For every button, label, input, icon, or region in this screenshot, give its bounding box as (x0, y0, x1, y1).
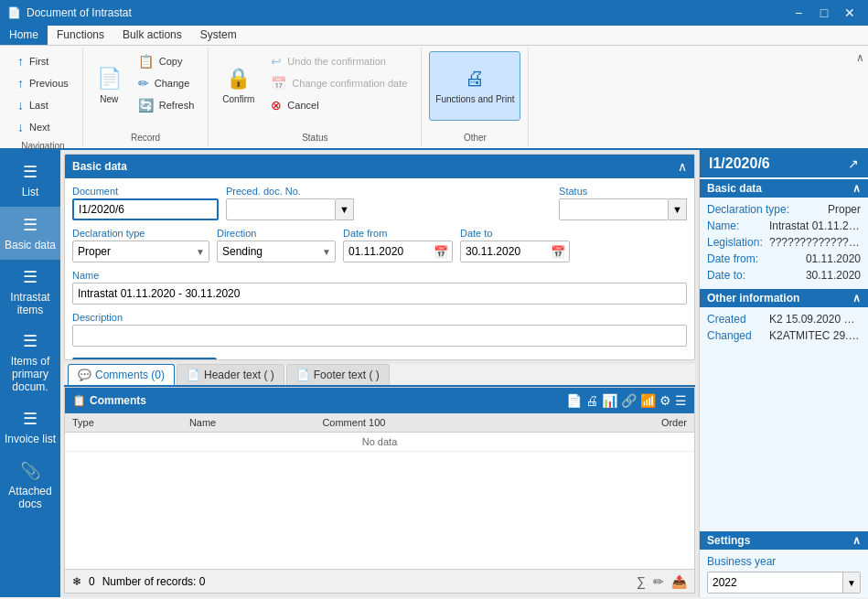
document-input[interactable] (72, 198, 219, 220)
no-data-row: No data (65, 433, 694, 452)
sidebar-item-list-label: List (22, 186, 39, 198)
comment-bar-btn[interactable]: 📶 (640, 393, 656, 408)
sidebar-item-basic-data[interactable]: ☰ Basic data (0, 207, 60, 260)
cancel-button[interactable]: ⊗ Cancel (264, 95, 413, 115)
date-from-calendar-icon[interactable]: 📅 (430, 245, 452, 259)
sidebar-item-attached-docs[interactable]: 📎 Attached docs (0, 454, 60, 518)
direction-arrow: ▼ (318, 247, 335, 257)
status-wrapper: ▼ (559, 198, 687, 220)
maximize-button[interactable]: □ (813, 4, 835, 22)
comments-title-label: Comments (90, 394, 146, 407)
menu-item-functions[interactable]: Functions (48, 26, 113, 45)
right-panel-open-btn[interactable]: ↗ (848, 156, 859, 171)
form-row-1: Document Preced. doc. No. ▼ Status (72, 186, 687, 220)
sidebar-item-items-primary[interactable]: ☰ Items of primary docum. (0, 324, 60, 401)
change-button[interactable]: ✏ Change (132, 73, 201, 93)
comment-chart-btn[interactable]: 📊 (602, 393, 617, 408)
minimize-button[interactable]: − (788, 4, 809, 22)
ribbon-nav-col: ↑ First ↑ Previous ↓ Last ↓ Next (11, 51, 75, 137)
comments-tab-icon: 💬 (78, 369, 91, 381)
other-info-section-collapse: ∧ (852, 292, 861, 305)
tab-comments[interactable]: 💬 Comments (0) (68, 364, 175, 385)
menu-item-bulk-actions[interactable]: Bulk actions (113, 26, 191, 45)
date-to-calendar-icon[interactable]: 📅 (547, 245, 569, 259)
rp-legislation-row: Legislation: ????????????????? (707, 234, 861, 251)
sidebar-item-intrastat-items-label: Intrastat items (4, 291, 57, 316)
sidebar-item-items-primary-label: Items of primary docum. (4, 355, 57, 393)
app-body: ☰ List ☰ Basic data ☰ Intrastat items ☰ … (0, 150, 868, 597)
basic-data-panel-collapse[interactable]: ∧ (678, 159, 687, 174)
basic-data-section-content: Declaration type: Proper Name: Intrastat… (700, 198, 868, 287)
comments-table-header-row: Type Name Comment 100 Order (65, 413, 694, 433)
ribbon-collapse-icon[interactable]: ∧ (856, 51, 864, 64)
rp-date-to-value: 30.11.2020 (806, 269, 861, 282)
next-icon: ↓ (17, 120, 24, 134)
next-label: Next (29, 122, 50, 133)
last-button[interactable]: ↓ Last (11, 95, 75, 115)
footer-edit-btn[interactable]: ✏ (653, 574, 664, 589)
right-panel-header: I1/2020/6 ↗ (700, 150, 868, 177)
comment-print-btn[interactable]: 🖨 (585, 393, 598, 408)
comments-sub-panel: 📋 Comments 📄 🖨 📊 🔗 📶 ⚙ ☰ (64, 387, 695, 594)
status-dropdown-btn[interactable]: ▼ (669, 198, 687, 220)
date-to-value: 30.11.2020 (461, 245, 547, 258)
new-label: New (100, 94, 118, 105)
sidebar-item-invoice-list[interactable]: ☰ Invoice list (0, 401, 60, 454)
confirm-button[interactable]: 🔒 Confirm (216, 51, 261, 121)
business-year-dropdown-btn[interactable]: ▼ (842, 572, 860, 593)
intrastat-btn-wrapper: Intrastat calculation param... (72, 354, 687, 359)
ribbon-group-navigation: ↑ First ↑ Previous ↓ Last ↓ Next (4, 48, 83, 146)
preced-doc-dropdown-btn[interactable]: ▼ (336, 198, 354, 220)
comment-share-btn[interactable]: 🔗 (621, 393, 637, 408)
direction-value: Sending (218, 245, 318, 258)
comments-table-wrapper: Type Name Comment 100 Order No data (65, 413, 694, 569)
sidebar-item-list[interactable]: ☰ List (0, 154, 60, 207)
previous-button[interactable]: ↑ Previous (11, 73, 75, 93)
field-date-from: Date from 01.11.2020 📅 (343, 228, 453, 262)
name-input[interactable] (72, 283, 687, 305)
comments-table-body: No data (65, 433, 694, 452)
cancel-icon: ⊗ (271, 98, 282, 112)
change-date-label: Change confirmation date (292, 78, 407, 89)
refresh-button[interactable]: 🔄 Refresh (132, 95, 201, 115)
other-info-section-label: Other information (707, 292, 799, 305)
title-bar: 📄 Document of Intrastat − □ ✕ (0, 0, 868, 26)
menu-item-home[interactable]: Home (0, 26, 48, 45)
footer-export-btn[interactable]: 📤 (671, 574, 687, 589)
col-order: Order (564, 413, 694, 433)
rp-created-value: K2 15.09.2020 08:19:19 (769, 313, 861, 326)
rp-declaration-type-label: Declaration type: (707, 203, 789, 216)
intrastat-calculation-button[interactable]: Intrastat calculation param... (72, 358, 217, 359)
comment-menu-btn[interactable]: ☰ (675, 393, 687, 408)
settings-section-collapse: ∧ (852, 534, 861, 547)
first-button[interactable]: ↑ First (11, 51, 75, 71)
copy-button[interactable]: 📋 Copy (132, 51, 201, 71)
footer-text-tab-label: Footer text ( ) (314, 369, 380, 381)
comment-new-btn[interactable]: 📄 (566, 393, 582, 408)
tab-footer-text[interactable]: 📄 Footer text ( ) (286, 364, 390, 385)
close-button[interactable]: ✕ (839, 4, 861, 22)
ribbon-group-other: 🖨 Functions and Print Other (422, 48, 529, 146)
no-data-cell: No data (65, 433, 694, 452)
preced-doc-label: Preced. doc. No. (226, 186, 354, 197)
tab-header-text[interactable]: 📄 Header text ( ) (177, 364, 284, 385)
footer-sigma-btn[interactable]: ∑ (637, 574, 646, 589)
title-bar-title: Document of Intrastat (27, 6, 132, 19)
confirm-label: Confirm (222, 94, 254, 105)
comments-table-head: Type Name Comment 100 Order (65, 413, 694, 433)
comment-settings-btn[interactable]: ⚙ (659, 393, 671, 408)
basic-data-panel-header: Basic data ∧ (65, 155, 694, 178)
field-document: Document (72, 186, 219, 220)
header-text-tab-label: Header text ( ) (204, 369, 274, 381)
menu-item-system[interactable]: System (191, 26, 246, 45)
status-input[interactable] (559, 198, 669, 220)
sidebar-item-intrastat-items[interactable]: ☰ Intrastat items (0, 260, 60, 324)
next-button[interactable]: ↓ Next (11, 117, 75, 137)
new-button[interactable]: 📄 New (91, 51, 128, 121)
rp-legislation-value: ????????????????? (769, 236, 861, 249)
functions-and-print-button[interactable]: 🖨 Functions and Print (429, 51, 520, 121)
rp-declaration-type-value: Proper (828, 203, 861, 216)
preced-doc-input[interactable] (226, 198, 336, 220)
settings-section-content: Business year 2022 ▼ (700, 550, 868, 597)
description-input[interactable] (72, 325, 687, 347)
